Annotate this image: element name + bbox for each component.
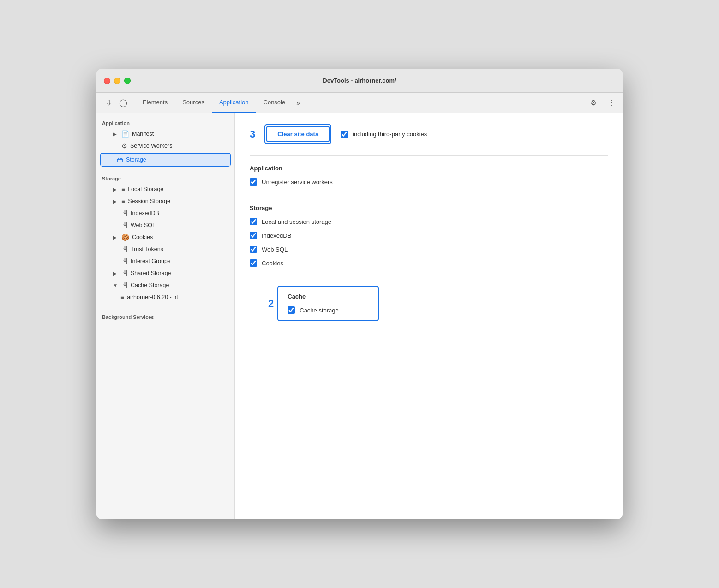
maximize-button[interactable] [124, 78, 131, 84]
document-icon: 📄 [121, 130, 129, 138]
arrow-icon: ▶ [113, 271, 119, 276]
titlebar: DevTools - airhorner.com/ [96, 69, 623, 93]
sidebar-item-cache-child[interactable]: ≡ airhorner-0.6.20 - ht [96, 291, 234, 303]
device-icon[interactable]: ◯ [117, 96, 129, 109]
grid-icon: ≡ [121, 186, 125, 193]
cache-title: Cache [288, 293, 369, 300]
third-party-cookies-row: including third-party cookies [341, 131, 427, 138]
unregister-sw-label: Unregister service workers [262, 179, 333, 186]
cookies-label: Cookies [132, 234, 229, 240]
cache-storage-row: Cache storage [288, 306, 369, 314]
sidebar-item-interest-groups[interactable]: ▶ 🗄 Interest Groups [96, 255, 234, 267]
cache-storage-label: Cache Storage [131, 282, 229, 288]
arrow-icon: ▶ [113, 132, 119, 137]
cookie-icon: 🍪 [121, 234, 129, 241]
manifest-label: Manifest [132, 131, 229, 137]
sw-label: Service Workers [130, 143, 229, 149]
gear-icon: ⚙ [121, 142, 127, 150]
local-session-label: Local and session storage [262, 218, 331, 225]
app-section-title: Application [250, 165, 608, 172]
divider-1 [250, 155, 608, 156]
db-icon: 🗄 [121, 246, 128, 253]
clear-btn-wrapper: Clear site data [264, 124, 331, 144]
websql-label: Web SQL [131, 222, 229, 228]
main-area: Application ▶ 📄 Manifest ▶ ⚙ Service Wor… [96, 113, 623, 519]
grid-icon: ≡ [121, 198, 125, 205]
interest-groups-label: Interest Groups [131, 258, 229, 264]
local-storage-label: Local Storage [128, 186, 229, 192]
trust-tokens-label: Trust Tokens [131, 246, 229, 252]
sidebar-item-trust-tokens[interactable]: ▶ 🗄 Trust Tokens [96, 243, 234, 255]
db-icon: 🗄 [121, 222, 128, 229]
close-button[interactable] [104, 78, 110, 84]
window-title: DevTools - airhorner.com/ [104, 77, 615, 84]
indexeddb-label: IndexedDB [262, 232, 291, 239]
arrow-icon: ▶ [113, 199, 119, 204]
sidebar-item-manifest[interactable]: ▶ 📄 Manifest [96, 128, 234, 140]
local-session-row: Local and session storage [250, 218, 608, 225]
websql-checkbox[interactable] [250, 246, 257, 253]
db-icon: 🗄 [121, 210, 128, 217]
sidebar-item-session-storage[interactable]: ▶ ≡ Session Storage [96, 195, 234, 207]
unregister-sw-checkbox[interactable] [250, 178, 257, 186]
arrow-down-icon: ▼ [113, 283, 119, 288]
cookies-checkbox[interactable] [250, 259, 257, 267]
sidebar: Application ▶ 📄 Manifest ▶ ⚙ Service Wor… [96, 113, 235, 519]
sidebar-section-storage: Storage [96, 172, 234, 183]
indexeddb-checkbox[interactable] [250, 232, 257, 239]
third-party-checkbox[interactable] [341, 131, 348, 138]
step3-label: 3 [250, 128, 255, 140]
shared-storage-label: Shared Storage [131, 270, 229, 276]
local-session-checkbox[interactable] [250, 218, 257, 225]
divider-3 [250, 276, 608, 276]
tabbar-right: ⚙ ⋮ [587, 93, 619, 113]
divider-2 [250, 195, 608, 195]
cache-section-wrapper: 2 Cache Cache storage [268, 286, 608, 321]
devtools-window: DevTools - airhorner.com/ ⇩ ◯ Elements S… [96, 69, 623, 519]
more-vert-icon[interactable]: ⋮ [604, 96, 619, 109]
arrow-icon: ▶ [113, 187, 119, 192]
clear-site-data-button[interactable]: Clear site data [266, 126, 330, 142]
sidebar-item-service-workers[interactable]: ▶ ⚙ Service Workers [96, 140, 234, 152]
sidebar-item-shared-storage[interactable]: ▶ 🗄 Shared Storage [96, 267, 234, 279]
sidebar-section-background: Background Services [96, 311, 234, 322]
session-storage-label: Session Storage [128, 198, 229, 204]
tab-console[interactable]: Console [256, 93, 293, 113]
content-panel: 3 Clear site data including third-party … [235, 113, 623, 519]
grid-icon: ≡ [120, 294, 124, 301]
sidebar-item-cache-storage[interactable]: ▼ 🗄 Cache Storage [96, 279, 234, 291]
unregister-sw-row: Unregister service workers [250, 178, 608, 186]
cache-storage-label: Cache storage [300, 307, 339, 314]
tab-application[interactable]: Application [212, 93, 256, 113]
tab-more[interactable]: » [293, 93, 304, 113]
sidebar-item-storage[interactable]: ▶ 🗃 Storage [101, 154, 230, 166]
sidebar-section-application: Application [96, 117, 234, 128]
third-party-label: including third-party cookies [353, 131, 427, 138]
db-icon: 🗄 [121, 282, 128, 289]
sidebar-item-indexeddb[interactable]: ▶ 🗄 IndexedDB [96, 207, 234, 219]
minimize-button[interactable] [114, 78, 120, 84]
database-icon: 🗃 [117, 156, 123, 163]
storage-label: Storage [126, 156, 224, 163]
cookies-row: Cookies [250, 259, 608, 267]
sidebar-item-cookies[interactable]: ▶ 🍪 Cookies [96, 231, 234, 243]
storage-outline: ▶ 🗃 Storage [100, 153, 231, 167]
tabbar-tool-icons: ⇩ ◯ [100, 93, 133, 113]
traffic-lights [104, 78, 131, 84]
tab-sources[interactable]: Sources [175, 93, 212, 113]
step2-label: 2 [268, 298, 274, 310]
db-icon: 🗄 [121, 258, 128, 265]
cache-child-label: airhorner-0.6.20 - ht [127, 294, 229, 300]
gear-icon[interactable]: ⚙ [587, 96, 600, 109]
cursor-icon[interactable]: ⇩ [104, 96, 114, 109]
db-icon: 🗄 [121, 270, 128, 277]
websql-label: Web SQL [262, 246, 288, 253]
cookies-label: Cookies [262, 260, 283, 267]
tab-elements[interactable]: Elements [135, 93, 175, 113]
websql-row: Web SQL [250, 246, 608, 253]
cache-storage-checkbox[interactable] [288, 306, 295, 314]
sidebar-item-local-storage[interactable]: ▶ ≡ Local Storage [96, 183, 234, 195]
sidebar-item-websql[interactable]: ▶ 🗄 Web SQL [96, 219, 234, 231]
indexeddb-label: IndexedDB [131, 210, 229, 216]
indexeddb-row: IndexedDB [250, 232, 608, 239]
